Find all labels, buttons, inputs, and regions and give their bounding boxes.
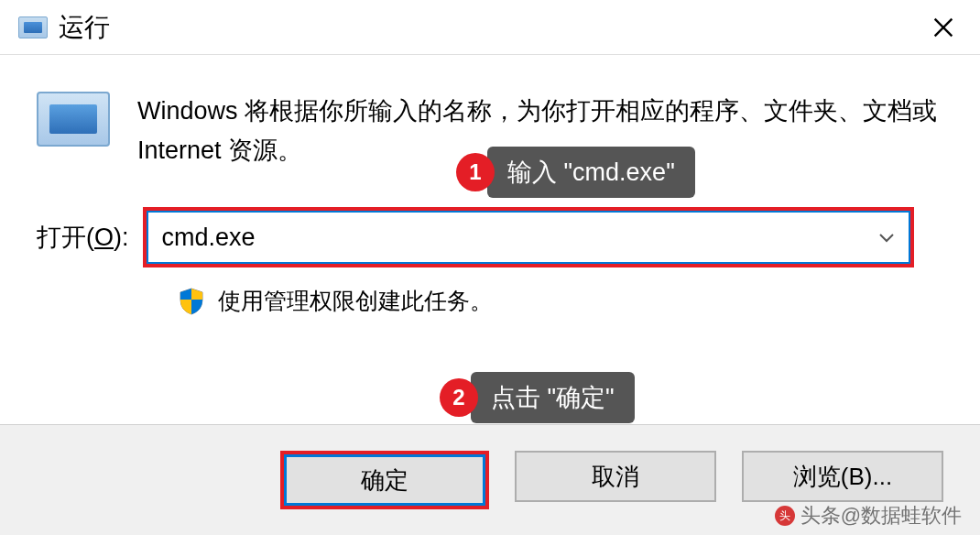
cancel-button[interactable]: 取消 xyxy=(515,451,716,502)
watermark-text: 头条@数据蛙软件 xyxy=(800,502,962,530)
open-label: 打开(O): xyxy=(37,221,129,254)
callout-badge-2: 2 xyxy=(440,378,478,417)
browse-button[interactable]: 浏览(B)... xyxy=(742,451,943,502)
chevron-down-icon xyxy=(878,232,895,243)
callout-badge-1: 1 xyxy=(456,153,495,191)
content-area: Windows 将根据你所输入的名称，为你打开相应的程序、文件夹、文档或 Int… xyxy=(0,55,980,353)
callout-annotation-1: 1 输入 "cmd.exe" xyxy=(456,147,695,198)
ok-button[interactable]: 确定 xyxy=(284,454,485,506)
titlebar: 运行 xyxy=(0,0,980,55)
open-combobox[interactable]: cmd.exe xyxy=(147,211,910,264)
open-input-row: 打开(O): cmd.exe xyxy=(37,207,943,268)
callout-text-1: 输入 "cmd.exe" xyxy=(487,147,695,198)
admin-text: 使用管理权限创建此任务。 xyxy=(218,286,493,316)
callout-annotation-2: 2 点击 "确定" xyxy=(440,372,635,423)
run-icon xyxy=(18,16,48,38)
close-button[interactable] xyxy=(925,9,962,46)
run-icon-large xyxy=(37,92,110,147)
watermark: 头 头条@数据蛙软件 xyxy=(775,502,962,530)
input-highlight-annotation: cmd.exe xyxy=(143,207,914,268)
watermark-logo-icon: 头 xyxy=(775,506,795,526)
titlebar-left: 运行 xyxy=(18,10,110,45)
shield-icon xyxy=(179,287,204,316)
close-icon xyxy=(931,15,956,40)
admin-row: 使用管理权限创建此任务。 xyxy=(179,286,943,316)
ok-button-highlight-annotation: 确定 xyxy=(280,451,489,509)
combobox-value: cmd.exe xyxy=(162,224,256,252)
window-title: 运行 xyxy=(59,10,110,45)
callout-text-2: 点击 "确定" xyxy=(471,372,635,423)
